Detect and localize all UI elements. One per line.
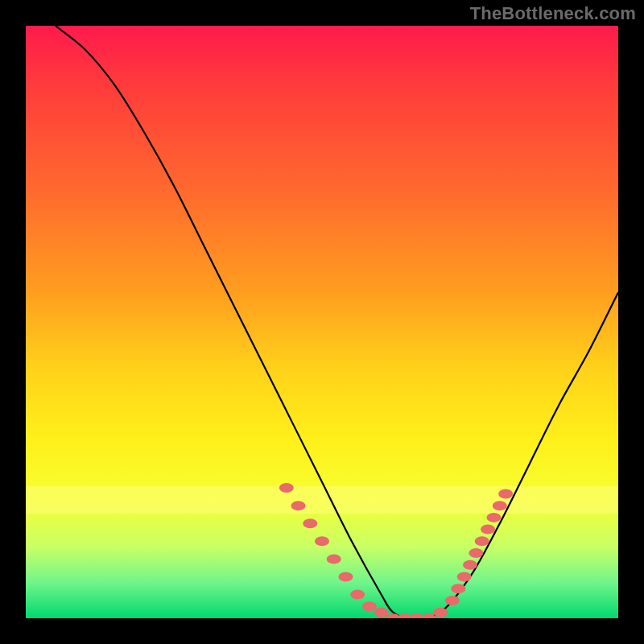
data-point bbox=[469, 548, 483, 558]
data-point bbox=[498, 489, 513, 498]
plot-area bbox=[26, 26, 618, 618]
data-point bbox=[475, 536, 489, 546]
data-point bbox=[338, 572, 353, 581]
data-point bbox=[421, 613, 436, 618]
data-point bbox=[493, 501, 507, 510]
data-point bbox=[279, 483, 294, 493]
data-point bbox=[463, 560, 477, 570]
data-markers bbox=[279, 483, 513, 618]
data-point bbox=[327, 554, 341, 564]
data-point bbox=[486, 513, 501, 522]
data-point bbox=[291, 501, 306, 510]
data-point bbox=[350, 590, 365, 600]
data-point bbox=[457, 572, 472, 581]
bottleneck-curve bbox=[56, 26, 618, 618]
data-point bbox=[374, 608, 389, 617]
chart-svg bbox=[26, 26, 618, 618]
data-point bbox=[445, 596, 460, 605]
data-point bbox=[433, 608, 448, 617]
watermark-text: TheBottleneck.com bbox=[470, 3, 636, 24]
data-point bbox=[315, 536, 329, 546]
data-point bbox=[451, 584, 465, 593]
data-point bbox=[303, 518, 317, 528]
data-point bbox=[362, 601, 377, 611]
chart-frame: TheBottleneck.com bbox=[0, 0, 644, 644]
data-point bbox=[481, 525, 495, 535]
